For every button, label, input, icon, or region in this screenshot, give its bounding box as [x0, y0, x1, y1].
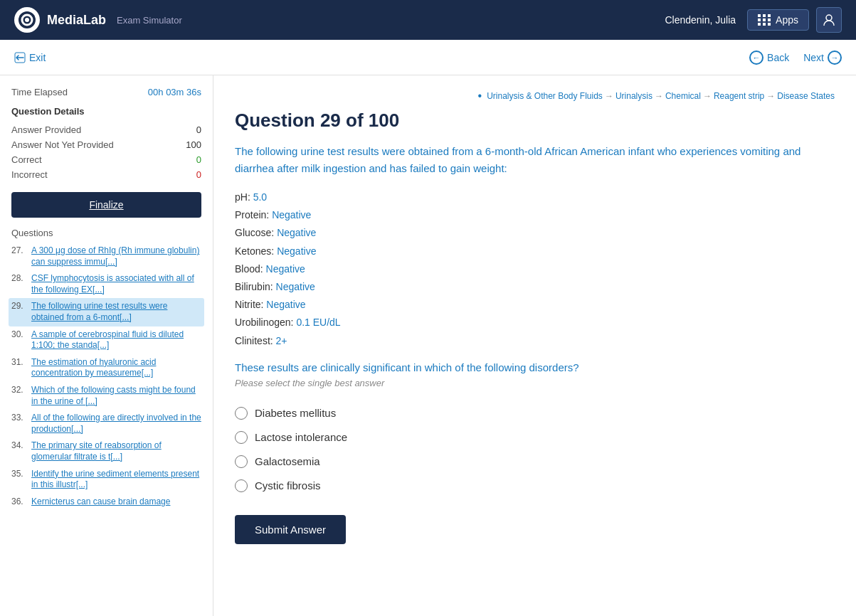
- answer-option[interactable]: Cystic fibrosis: [235, 474, 835, 498]
- breadcrumb-arrow: →: [655, 91, 663, 101]
- answer-radio[interactable]: [235, 479, 248, 492]
- next-button[interactable]: Next →: [803, 51, 842, 65]
- question-list-item[interactable]: 29.The following urine test results were…: [9, 298, 204, 326]
- answer-option[interactable]: Lactose intolerance: [235, 425, 835, 450]
- test-result-row: Blood: Negative: [235, 260, 835, 278]
- question-list-item[interactable]: 32.Which of the following casts might be…: [11, 382, 201, 410]
- exit-button[interactable]: Exit: [14, 52, 46, 63]
- breadcrumb-arrow: →: [605, 91, 613, 101]
- question-number: 27.: [11, 245, 28, 255]
- question-number: 35.: [11, 469, 28, 479]
- svg-point-2: [25, 18, 29, 22]
- question-number: 33.: [11, 413, 28, 423]
- detail-row: Correct0: [11, 152, 201, 167]
- answer-option[interactable]: Galactosemia: [235, 450, 835, 474]
- next-icon: →: [828, 51, 842, 65]
- test-result-row: Bilirubin: Negative: [235, 278, 835, 296]
- detail-row: Answer Provided0: [11, 122, 201, 137]
- detail-value: 0: [196, 124, 201, 135]
- header-subtitle: Exam Simulator: [117, 15, 182, 26]
- question-list-item[interactable]: 31.The estimation of hyaluronic acid con…: [11, 354, 201, 382]
- breadcrumb-item[interactable]: Disease States: [777, 91, 835, 101]
- question-link[interactable]: A 300 μg dose of RhIg (Rh immune globuli…: [31, 245, 201, 267]
- sidebar: Time Elapsed 00h 03m 36s Question Detail…: [0, 75, 213, 616]
- answer-label: Cystic fibrosis: [255, 479, 321, 492]
- main-layout: Time Elapsed 00h 03m 36s Question Detail…: [0, 75, 856, 616]
- question-list-item[interactable]: 33.All of the following are directly inv…: [11, 410, 201, 437]
- header: MediaLab Exam Simulator Clendenin, Julia…: [0, 0, 856, 40]
- question-link[interactable]: The primary site of reabsorption of glom…: [31, 440, 201, 462]
- question-link[interactable]: Identify the urine sediment elements pre…: [31, 469, 201, 491]
- test-result-value: Negative: [266, 299, 305, 310]
- answer-radio[interactable]: [235, 407, 248, 420]
- question-instruction: Please select the single best answer: [235, 378, 835, 388]
- question-number: 36.: [11, 496, 28, 506]
- question-link[interactable]: Kernicterus can cause brain damage: [31, 496, 170, 508]
- test-result-value: 0.1 EU/dL: [296, 317, 340, 328]
- breadcrumb-item[interactable]: Chemical: [665, 91, 701, 101]
- test-result-label: Protein:: [235, 209, 272, 221]
- test-result-value: Negative: [272, 209, 311, 221]
- test-result-label: Bilirubin:: [235, 281, 276, 292]
- question-list-item[interactable]: 34.The primary site of reabsorption of g…: [11, 437, 201, 465]
- sub-header: Exit ← Back Next →: [0, 40, 856, 75]
- question-list: 27.A 300 μg dose of RhIg (Rh immune glob…: [11, 243, 201, 510]
- question-number: 32.: [11, 385, 28, 395]
- breadcrumb-item[interactable]: Reagent strip: [714, 91, 764, 101]
- question-link[interactable]: CSF lymphocytosis is associated with all…: [31, 273, 201, 295]
- breadcrumb-item[interactable]: Urinalysis & Other Body Fluids: [487, 91, 603, 101]
- detail-value: 0: [196, 169, 201, 180]
- user-name: Clendenin, Julia: [665, 14, 736, 26]
- test-result-label: Clinitest:: [235, 335, 276, 346]
- question-list-item[interactable]: 35.Identify the urine sediment elements …: [11, 466, 201, 494]
- question-list-item[interactable]: 30.A sample of cerebrospinal fluid is di…: [11, 326, 201, 354]
- content-area: •Urinalysis & Other Body Fluids → Urinal…: [213, 75, 856, 616]
- question-list-item[interactable]: 28.CSF lymphocytosis is associated with …: [11, 270, 201, 298]
- question-ask: These results are clinically significant…: [235, 361, 835, 373]
- question-link[interactable]: A sample of cerebrospinal fluid is dilut…: [31, 329, 201, 351]
- apps-icon: [758, 14, 771, 26]
- test-result-label: Ketones:: [235, 245, 277, 257]
- question-link[interactable]: The following urine test results were ob…: [31, 301, 201, 323]
- user-icon-button[interactable]: [816, 7, 842, 33]
- logo-text: MediaLab: [47, 13, 106, 28]
- question-number: 28.: [11, 273, 28, 283]
- question-link[interactable]: The estimation of hyaluronic acid concen…: [31, 357, 201, 379]
- back-label: Back: [767, 52, 789, 63]
- question-title: Question 29 of 100: [235, 110, 835, 132]
- question-list-item[interactable]: 36.Kernicterus can cause brain damage: [11, 494, 201, 511]
- back-icon: ←: [749, 51, 763, 65]
- time-elapsed-value: 00h 03m 36s: [148, 87, 201, 97]
- logo-icon: [14, 7, 40, 33]
- answer-label: Diabetes mellitus: [255, 407, 336, 419]
- next-label: Next: [803, 52, 824, 63]
- test-result-row: pH: 5.0: [235, 188, 835, 206]
- question-link[interactable]: Which of the following casts might be fo…: [31, 385, 201, 407]
- question-number: 34.: [11, 440, 28, 450]
- test-result-label: Blood:: [235, 263, 266, 275]
- detail-value: 0: [196, 154, 201, 165]
- detail-label: Correct: [11, 154, 42, 165]
- answer-radio[interactable]: [235, 431, 248, 444]
- apps-button[interactable]: Apps: [747, 9, 809, 31]
- question-link[interactable]: All of the following are directly involv…: [31, 413, 201, 435]
- back-button[interactable]: ← Back: [749, 51, 789, 65]
- detail-rows: Answer Provided0Answer Not Yet Provided1…: [11, 122, 201, 182]
- test-result-value: Negative: [276, 281, 315, 292]
- question-number: 31.: [11, 357, 28, 367]
- detail-label: Incorrect: [11, 169, 48, 180]
- test-results: pH: 5.0Protein: NegativeGlucose: Negativ…: [235, 188, 835, 350]
- test-result-label: Urobilinogen:: [235, 317, 296, 328]
- svg-point-3: [826, 15, 832, 21]
- submit-button[interactable]: Submit Answer: [235, 515, 346, 544]
- finalize-button[interactable]: Finalize: [11, 192, 201, 218]
- detail-value: 100: [186, 139, 201, 150]
- test-result-value: Negative: [266, 263, 305, 275]
- breadcrumb: •Urinalysis & Other Body Fluids → Urinal…: [235, 90, 835, 102]
- answer-option[interactable]: Diabetes mellitus: [235, 401, 835, 425]
- time-elapsed-row: Time Elapsed 00h 03m 36s: [11, 87, 201, 97]
- answer-radio[interactable]: [235, 455, 248, 468]
- question-text: The following urine test results were ob…: [235, 143, 835, 177]
- question-list-item[interactable]: 27.A 300 μg dose of RhIg (Rh immune glob…: [11, 243, 201, 270]
- breadcrumb-item[interactable]: Urinalysis: [615, 91, 652, 101]
